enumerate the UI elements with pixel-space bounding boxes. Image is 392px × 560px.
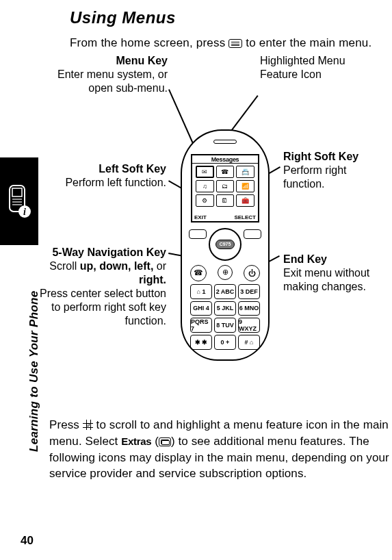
page-number: 40: [21, 534, 34, 548]
key: 9 WXYZ: [238, 318, 260, 333]
screen-title: Messages: [192, 155, 258, 164]
keypad: ⌂ 1 2 ABC 3 DEF GHI 4 5 JKL 6 MNO PQRS 7…: [190, 284, 260, 350]
callout-highlighted-body: Highlighted Menu Feature Icon: [260, 54, 369, 81]
callout-5way-rest: Press center select button to perform ri…: [33, 287, 166, 328]
key: 8 TUV: [214, 318, 236, 333]
callout-menu-key: Menu Key Enter menu system, or open sub-…: [44, 54, 168, 95]
intro-after: to enter the main menu.: [246, 36, 371, 49]
key: GHI 4: [190, 301, 212, 316]
key: 5 JKL: [214, 301, 236, 316]
callout-menu-key-body: Enter menu system, or open sub-menu.: [44, 68, 168, 95]
menu-icon: 🗓: [216, 194, 235, 207]
extras-icon: [159, 437, 171, 446]
menu-icon: 📇: [236, 166, 254, 178]
menu-icon: ✉: [196, 166, 214, 178]
key: 6 MNO: [238, 301, 260, 316]
callout-left-soft-title: Left Soft Key: [33, 162, 166, 176]
phone-screen: Messages ✉ ☎ 📇 ♫ 🗂 📶 ⚙ 🗓 🧰 EXIT SELECT: [191, 154, 259, 222]
key: PQRS 7: [190, 318, 212, 333]
browser-key: ⊕: [218, 265, 233, 280]
nav-center: C975: [215, 240, 235, 249]
phone-illustration: Messages ✉ ☎ 📇 ♫ 🗂 📶 ⚙ 🗓 🧰 EXIT SELECT C: [181, 129, 270, 361]
key: ⌂ 1: [190, 284, 212, 299]
callout-right-soft-title: Right Soft Key: [283, 150, 386, 164]
page-heading: Using Menus: [70, 8, 380, 27]
end-key: ⏻: [244, 265, 260, 281]
nav-key-icon: [83, 420, 93, 430]
callout-end-key-body: Exit menu without making changes.: [283, 266, 386, 294]
callout-left-soft-key: Left Soft Key Perform left function.: [33, 162, 166, 190]
callout-left-soft-body: Perform left function.: [33, 176, 166, 190]
callout-end-key: End Key Exit menu without making changes…: [283, 253, 386, 294]
nav-ring: C975: [209, 228, 241, 261]
menu-icon-grid: ✉ ☎ 📇 ♫ 🗂 📶 ⚙ 🗓 🧰: [192, 164, 258, 209]
callout-highlighted-icon: Highlighted Menu Feature Icon: [260, 54, 369, 81]
screen-soft-left: EXIT: [194, 214, 207, 220]
right-soft-key: [244, 229, 261, 239]
intro-before: From the home screen, press: [70, 36, 228, 49]
callout-right-soft-key: Right Soft Key Perform right function.: [283, 150, 386, 191]
screen-soft-right: SELECT: [234, 214, 256, 220]
menu-icon: 📶: [236, 180, 254, 192]
nav-area: C975: [189, 228, 261, 261]
callout-5way-body: Scroll up, down, left, or right.: [33, 259, 166, 287]
body-paragraph: Press to scroll to and highlight a menu …: [49, 417, 389, 482]
menu-icon: ♫: [196, 180, 214, 192]
callout-end-key-title: End Key: [283, 253, 386, 266]
key: ✱ ✱: [190, 335, 212, 350]
call-keys-row: ☎ ⊕ ⏻: [190, 265, 260, 281]
send-key: ☎: [190, 265, 207, 281]
screen-soft-bar: EXIT SELECT: [192, 214, 258, 221]
menu-icon: ⚙: [196, 194, 214, 207]
menu-icon: 🗂: [216, 180, 235, 192]
intro-text: From the home screen, press to enter the…: [70, 36, 380, 51]
menu-icon: ☎: [216, 166, 235, 178]
key: 0 +: [214, 335, 236, 350]
phone-diagram: Menu Key Enter menu system, or open sub-…: [0, 54, 392, 417]
callout-right-soft-body: Perform right function.: [283, 164, 386, 191]
menu-icon: 🧰: [236, 194, 254, 207]
key: 3 DEF: [238, 284, 260, 299]
callout-5way-key: 5-Way Navigation Key Scroll up, down, le…: [33, 246, 166, 328]
key: 2 ABC: [214, 284, 236, 299]
key: # ⌂: [238, 335, 260, 350]
earpiece: [213, 140, 237, 144]
left-soft-key: [189, 229, 207, 239]
callout-menu-key-title: Menu Key: [44, 54, 168, 68]
callout-5way-title: 5-Way Navigation Key: [33, 246, 166, 259]
menu-key-icon: [228, 39, 242, 48]
extras-label: Extras: [121, 435, 151, 447]
